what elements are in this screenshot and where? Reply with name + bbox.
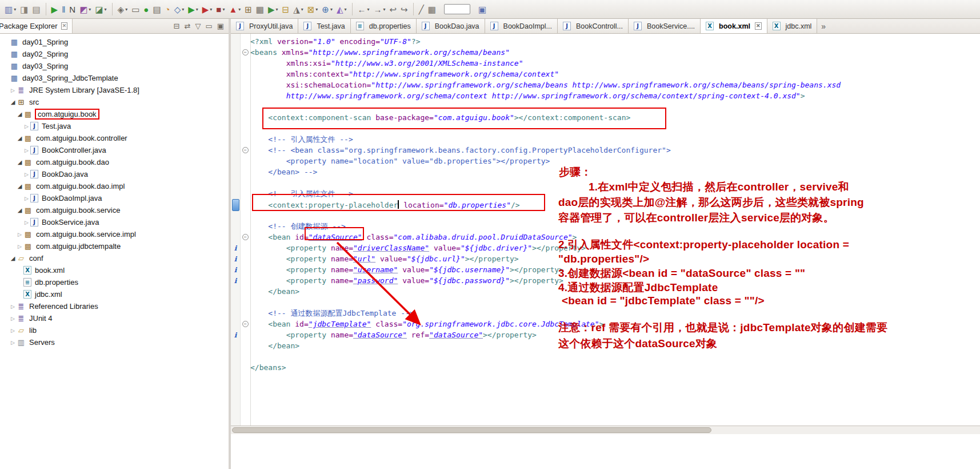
tree-item[interactable]: ▦day02_Spring bbox=[0, 48, 229, 60]
tab-BookDao.java[interactable]: JBookDao.java bbox=[417, 19, 485, 33]
profile-button[interactable]: ◪▾ bbox=[93, 2, 108, 16]
print-button[interactable]: ▤ bbox=[30, 2, 42, 16]
tree-item[interactable]: Xjdbc.xml bbox=[0, 288, 229, 300]
debug-button[interactable]: ▶▾ bbox=[186, 2, 200, 16]
expand-arrow-icon[interactable]: ▷ bbox=[9, 316, 17, 321]
collapse-arrow-icon[interactable]: ◢ bbox=[16, 135, 23, 141]
collapse-arrow-icon[interactable]: ◢ bbox=[9, 255, 17, 261]
collapse-arrow-icon[interactable]: ◢ bbox=[9, 99, 17, 105]
dropdown-arrow-icon[interactable]: ▾ bbox=[367, 7, 370, 12]
dropdown-arrow-icon[interactable]: ▾ bbox=[383, 7, 386, 12]
dropdown-arrow-icon[interactable]: ▾ bbox=[14, 7, 16, 12]
tree-item[interactable]: ▷JBookController.java bbox=[0, 144, 229, 156]
hscroll-thumb[interactable] bbox=[232, 427, 711, 433]
tab-BookDaoImpl...[interactable]: JBookDaoImpl... bbox=[485, 19, 558, 33]
task-list-button[interactable]: ▤ bbox=[151, 2, 162, 16]
expand-arrow-icon[interactable]: ▷ bbox=[23, 220, 30, 225]
tree-item[interactable]: ◢⊞src bbox=[0, 96, 229, 108]
stop-button[interactable]: ■▾ bbox=[214, 2, 226, 16]
tree-item[interactable]: ◢▩com.atguigu.book.dao bbox=[0, 156, 229, 168]
external-tools-button[interactable]: ◈▾ bbox=[116, 2, 130, 16]
tree-item[interactable]: ▷≣JRE System Library [JavaSE-1.8] bbox=[0, 84, 229, 96]
dropdown-arrow-icon[interactable]: ▾ bbox=[222, 7, 225, 12]
database-button[interactable]: ⊟ bbox=[281, 2, 291, 16]
coverage-button[interactable]: ◩▾ bbox=[78, 2, 93, 16]
tab-db.properties[interactable]: ≡db.properties bbox=[351, 19, 417, 33]
fold-collapse-icon[interactable]: − bbox=[240, 49, 250, 55]
expand-arrow-icon[interactable]: ▷ bbox=[9, 328, 17, 333]
view-menu-icon[interactable]: ▽ bbox=[195, 22, 201, 30]
back-button[interactable]: ←▾ bbox=[356, 2, 371, 16]
dropdown-arrow-icon[interactable]: ▾ bbox=[182, 7, 184, 12]
save-button[interactable]: ◨ bbox=[18, 2, 30, 16]
expand-arrow-icon[interactable]: ▷ bbox=[16, 232, 23, 237]
tab-BookControll...[interactable]: JBookControll... bbox=[558, 19, 629, 33]
dropdown-arrow-icon[interactable]: ▾ bbox=[301, 7, 303, 12]
tab-overflow-indicator[interactable]: » bbox=[817, 19, 830, 33]
expand-arrow-icon[interactable]: ▷ bbox=[23, 196, 30, 201]
fold-collapse-icon[interactable]: − bbox=[240, 321, 250, 327]
tree-item[interactable]: ◢▱conf bbox=[0, 252, 229, 264]
tab-book.xml[interactable]: Xbook.xml✕ bbox=[701, 19, 767, 33]
tree-item[interactable]: ▷▩com.atguigu.book.service.impl bbox=[0, 228, 229, 240]
tree-item[interactable]: Xbook.xml bbox=[0, 264, 229, 276]
tree-item[interactable]: ◢▩com.atguigu.book.dao.impl bbox=[0, 180, 229, 192]
expand-arrow-icon[interactable]: ▷ bbox=[23, 148, 30, 153]
tree-item[interactable]: ▷JBookService.java bbox=[0, 216, 229, 228]
dropdown-arrow-icon[interactable]: ▾ bbox=[105, 7, 107, 12]
tree-item[interactable]: ▦day03_Spring bbox=[0, 60, 229, 72]
run-button[interactable]: ▶ bbox=[50, 2, 60, 16]
tab-ProxyUtil.java[interactable]: JProxyUtil.java bbox=[231, 19, 298, 33]
tree-item[interactable]: ▷JTest.java bbox=[0, 120, 229, 132]
dropdown-arrow-icon[interactable]: ▾ bbox=[89, 7, 91, 12]
tab-BookService....[interactable]: JBookService.... bbox=[629, 19, 701, 33]
quick-access-input[interactable] bbox=[444, 4, 470, 14]
last-edit-location-button[interactable]: ↩ bbox=[388, 2, 399, 16]
tree-item[interactable]: ▷▱lib bbox=[0, 324, 229, 336]
pause-button[interactable]: ‖ bbox=[60, 2, 67, 16]
schedule-button[interactable]: ▦ bbox=[254, 2, 266, 16]
java-perspective-button[interactable]: ▣ bbox=[477, 2, 488, 16]
tree-item[interactable]: ▷▩com.atguigu.jdbctempalte bbox=[0, 240, 229, 252]
mark-occurrences-button[interactable]: ╱ bbox=[417, 2, 426, 16]
new-junit-button[interactable]: N bbox=[67, 2, 77, 16]
expand-arrow-icon[interactable]: ▷ bbox=[16, 244, 23, 249]
tree-item[interactable]: ◢▩com.atguigu.book.controller bbox=[0, 132, 229, 144]
dropdown-arrow-icon[interactable]: ▾ bbox=[196, 7, 198, 12]
dropdown-arrow-icon[interactable]: ▾ bbox=[125, 7, 127, 12]
tree-item[interactable]: ▷≣Referenced Libraries bbox=[0, 300, 229, 312]
new-package-button[interactable]: ⊞ bbox=[243, 2, 254, 16]
web-browser-button[interactable]: ⊕▾ bbox=[320, 2, 334, 16]
close-icon[interactable]: ✕ bbox=[755, 22, 762, 30]
tree-item[interactable]: ▦day03_Spring_JdbcTemplate bbox=[0, 72, 229, 84]
tree-item[interactable]: ◢▩com.atguigu.book.service bbox=[0, 204, 229, 216]
dropdown-arrow-icon[interactable]: ▾ bbox=[330, 7, 333, 12]
tree-item[interactable]: ▷JBookDao.java bbox=[0, 168, 229, 180]
dropdown-arrow-icon[interactable]: ▾ bbox=[276, 7, 278, 12]
dropdown-arrow-icon[interactable]: ▾ bbox=[315, 7, 318, 12]
maximize-icon[interactable]: ▣ bbox=[217, 22, 224, 30]
collapse-arrow-icon[interactable]: ◢ bbox=[16, 207, 23, 213]
tree-item[interactable]: ▷JBookDaoImpl.java bbox=[0, 192, 229, 204]
expand-arrow-icon[interactable]: ▷ bbox=[23, 124, 30, 129]
collapse-arrow-icon[interactable]: ◢ bbox=[16, 159, 23, 165]
dropdown-arrow-icon[interactable]: ▾ bbox=[210, 7, 212, 12]
close-icon[interactable]: ✕ bbox=[61, 22, 68, 30]
wizard-wand-button[interactable]: ◭▾ bbox=[335, 2, 349, 16]
tab-jdbc.xml[interactable]: Xjdbc.xml bbox=[767, 19, 818, 33]
expand-arrow-icon[interactable]: ▷ bbox=[9, 88, 17, 93]
flag-button[interactable]: ▲▾ bbox=[227, 2, 242, 16]
record-button[interactable]: ● bbox=[142, 2, 150, 16]
minimize-icon[interactable]: ▭ bbox=[205, 22, 212, 30]
expand-arrow-icon[interactable]: ▷ bbox=[9, 304, 17, 309]
table-grid-button[interactable]: ▦ bbox=[426, 2, 438, 16]
open-task-button[interactable]: ▭ bbox=[130, 2, 141, 16]
code-editor[interactable]: <?xml version="1.0" encoding="UTF-8"?>−<… bbox=[231, 34, 980, 426]
explorer-view-tab[interactable]: Package Explorer ✕ bbox=[0, 19, 73, 34]
tree-item[interactable]: ◢▩com.atguigu.book bbox=[0, 108, 229, 120]
dropdown-arrow-icon[interactable]: ▾ bbox=[238, 7, 241, 12]
fold-collapse-icon[interactable]: − bbox=[240, 147, 250, 153]
collapse-arrow-icon[interactable]: ◢ bbox=[16, 183, 23, 189]
dropdown-arrow-icon[interactable]: ▾ bbox=[344, 7, 346, 12]
expand-arrow-icon[interactable]: ▷ bbox=[9, 340, 17, 345]
